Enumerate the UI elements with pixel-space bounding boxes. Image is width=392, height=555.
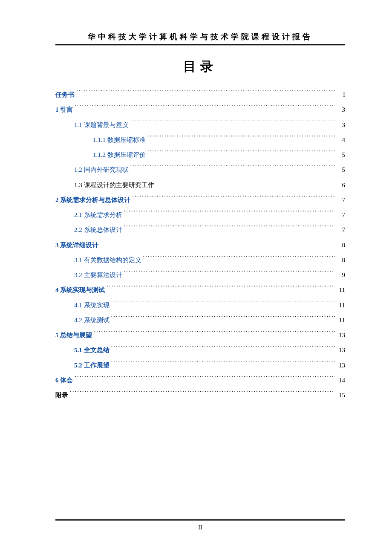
toc-leader-dots bbox=[94, 331, 335, 337]
toc-entry-page: 7 bbox=[337, 193, 345, 208]
header-title: 华中科技大学计算机科学与技术学院课程设计报告 bbox=[55, 32, 345, 43]
toc-leader-dots bbox=[124, 225, 335, 232]
toc-entry-label: 1.1 课题背景与意义 bbox=[74, 118, 129, 133]
footer-rule bbox=[55, 519, 345, 521]
toc-entry-label: 1.1.2 数据压缩评价 bbox=[93, 147, 146, 162]
toc-entry-page: 5 bbox=[337, 162, 345, 177]
toc-entry-page: 11 bbox=[337, 313, 345, 328]
toc-entry[interactable]: 5.1 全文总结13 bbox=[55, 343, 345, 358]
toc-entry-label: 5 总结与展望 bbox=[55, 328, 92, 343]
toc-entry-label: 附录 bbox=[55, 388, 68, 403]
toc-entry-page: 15 bbox=[337, 388, 345, 403]
toc-heading: 目录 bbox=[55, 58, 345, 75]
toc-entry-label: 6 体会 bbox=[55, 373, 73, 388]
toc-entry-page: 11 bbox=[337, 283, 345, 298]
toc-entry-page: 7 bbox=[337, 223, 345, 237]
toc-leader-dots bbox=[130, 121, 335, 127]
toc-entry[interactable]: 6 体会14 bbox=[55, 373, 345, 388]
toc-entry[interactable]: 1.1.1 数据压缩标准4 bbox=[55, 133, 345, 147]
toc-entry-label: 5.2 工作展望 bbox=[74, 358, 110, 373]
toc-entry[interactable]: 1.3 课程设计的主要研究工作6 bbox=[55, 178, 345, 193]
page-header: 华中科技大学计算机科学与技术学院课程设计报告 bbox=[55, 32, 345, 46]
toc-entry[interactable]: 1 引言3 bbox=[55, 102, 345, 117]
toc-entry[interactable]: 2.1 系统需求分析7 bbox=[55, 208, 345, 223]
toc-entry-page: 13 bbox=[337, 358, 345, 373]
toc-entry-page: 11 bbox=[337, 298, 345, 313]
toc-entry-page: 8 bbox=[337, 253, 345, 268]
toc-entry-page: I bbox=[337, 87, 345, 102]
toc-entry-label: 1 引言 bbox=[55, 102, 73, 117]
toc-entry-page: 8 bbox=[337, 238, 345, 253]
page-body: 华中科技大学计算机科学与技术学院课程设计报告 目录 任务书I1 引言31.1 课… bbox=[0, 0, 392, 403]
toc-entry-label: 2 系统需求分析与总体设计 bbox=[55, 193, 130, 208]
toc-entry[interactable]: 3.2 主要算法设计9 bbox=[55, 268, 345, 283]
toc-entry-label: 3.2 主要算法设计 bbox=[74, 268, 122, 283]
toc-entry-page: 5 bbox=[337, 147, 345, 162]
toc-entry[interactable]: 5 总结与展望13 bbox=[55, 328, 345, 343]
toc-leader-dots bbox=[75, 376, 335, 382]
toc-entry[interactable]: 3.1 有关数据结构的定义8 bbox=[55, 253, 345, 268]
toc-leader-dots bbox=[100, 241, 335, 247]
toc-leader-dots bbox=[111, 316, 335, 322]
toc-entry-label: 4 系统实现与测试 bbox=[55, 283, 105, 298]
page-footer: II bbox=[0, 519, 392, 531]
toc-leader-dots bbox=[143, 256, 335, 262]
toc-entry[interactable]: 1.1.2 数据压缩评价5 bbox=[55, 147, 345, 162]
toc-entry[interactable]: 1.1 课题背景与意义3 bbox=[55, 118, 345, 133]
toc-leader-dots bbox=[70, 391, 335, 397]
toc-entry-page: 3 bbox=[337, 102, 345, 117]
toc-entry-label: 5.1 全文总结 bbox=[74, 343, 110, 358]
toc-entry-label: 1.1.1 数据压缩标准 bbox=[93, 133, 146, 147]
toc-entry-label: 3.1 有关数据结构的定义 bbox=[74, 253, 141, 268]
toc-entry-page: 4 bbox=[337, 133, 345, 147]
toc-entry-label: 任务书 bbox=[55, 87, 75, 102]
toc-leader-dots bbox=[124, 211, 335, 217]
toc-entry[interactable]: 1.2 国内外研究现状5 bbox=[55, 162, 345, 177]
toc-leader-dots bbox=[76, 90, 335, 97]
toc-leader-dots bbox=[107, 286, 335, 292]
toc-leader-dots bbox=[147, 150, 335, 157]
toc-entry[interactable]: 4 系统实现与测试11 bbox=[55, 283, 345, 298]
toc-leader-dots bbox=[111, 346, 335, 352]
toc-entry-page: 3 bbox=[337, 118, 345, 133]
toc-entry-page: 14 bbox=[337, 373, 345, 388]
toc-leader-dots bbox=[124, 271, 335, 277]
toc-entry-page: 7 bbox=[337, 208, 345, 223]
toc-leader-dots bbox=[147, 136, 335, 142]
toc-leader-dots bbox=[111, 361, 335, 367]
toc-entry[interactable]: 2 系统需求分析与总体设计7 bbox=[55, 193, 345, 208]
toc-entry[interactable]: 5.2 工作展望13 bbox=[55, 358, 345, 373]
toc-entry-label: 1.3 课程设计的主要研究工作 bbox=[74, 178, 154, 193]
toc-leader-dots bbox=[130, 165, 335, 172]
toc-entry-page: 6 bbox=[337, 178, 345, 193]
toc-entry-page: 9 bbox=[337, 268, 345, 283]
toc-entry-page: 13 bbox=[337, 343, 345, 358]
toc-entry[interactable]: 2.2 系统总体设计7 bbox=[55, 223, 345, 237]
toc-entry[interactable]: 3 系统详细设计8 bbox=[55, 238, 345, 253]
toc-entry-label: 2.2 系统总体设计 bbox=[74, 223, 122, 237]
toc-list: 任务书I1 引言31.1 课题背景与意义31.1.1 数据压缩标准41.1.2 … bbox=[55, 87, 345, 403]
toc-entry[interactable]: 4.2 系统测试11 bbox=[55, 313, 345, 328]
toc-entry-label: 3 系统详细设计 bbox=[55, 238, 98, 253]
toc-leader-dots bbox=[132, 196, 335, 202]
toc-entry-page: 13 bbox=[337, 328, 345, 343]
toc-entry-label: 4.1 系统实现 bbox=[74, 298, 110, 313]
toc-leader-dots bbox=[156, 181, 335, 187]
toc-entry[interactable]: 任务书I bbox=[55, 87, 345, 102]
toc-leader-dots bbox=[75, 105, 335, 112]
toc-entry-label: 1.2 国内外研究现状 bbox=[74, 162, 129, 177]
toc-entry[interactable]: 附录15 bbox=[55, 388, 345, 403]
toc-entry-label: 4.2 系统测试 bbox=[74, 313, 110, 328]
header-rule bbox=[55, 44, 345, 46]
toc-leader-dots bbox=[111, 301, 335, 307]
toc-entry-label: 2.1 系统需求分析 bbox=[74, 208, 122, 223]
toc-entry[interactable]: 4.1 系统实现11 bbox=[55, 298, 345, 313]
page-number: II bbox=[198, 524, 202, 531]
